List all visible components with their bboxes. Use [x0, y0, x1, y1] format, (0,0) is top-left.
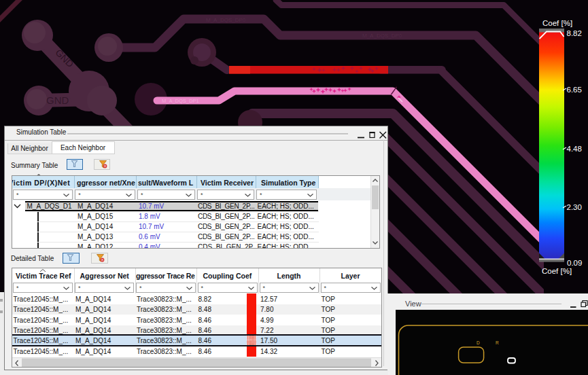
svg-text:GND: GND: [46, 94, 69, 106]
svg-text:0.09: 0.09: [567, 259, 582, 267]
svg-text:6.65: 6.65: [567, 86, 582, 94]
svg-text:M_A_DQS_DP0: M_A_DQS_DP0: [362, 33, 402, 39]
svg-text:Coef [%]: Coef [%]: [542, 267, 572, 275]
svg-text:4.48: 4.48: [567, 145, 582, 153]
svg-text:D: D: [477, 340, 480, 345]
svg-text:M_A_DQS_DP1: M_A_DQS_DP1: [162, 98, 199, 104]
svg-text:Coef [%]: Coef [%]: [542, 19, 572, 27]
svg-text:M_A_DQS_DP0: M_A_DQS_DP0: [206, 17, 246, 23]
svg-text:2.30: 2.30: [567, 203, 582, 211]
svg-text:R: R: [496, 340, 499, 345]
svg-text:8.82: 8.82: [567, 29, 582, 37]
